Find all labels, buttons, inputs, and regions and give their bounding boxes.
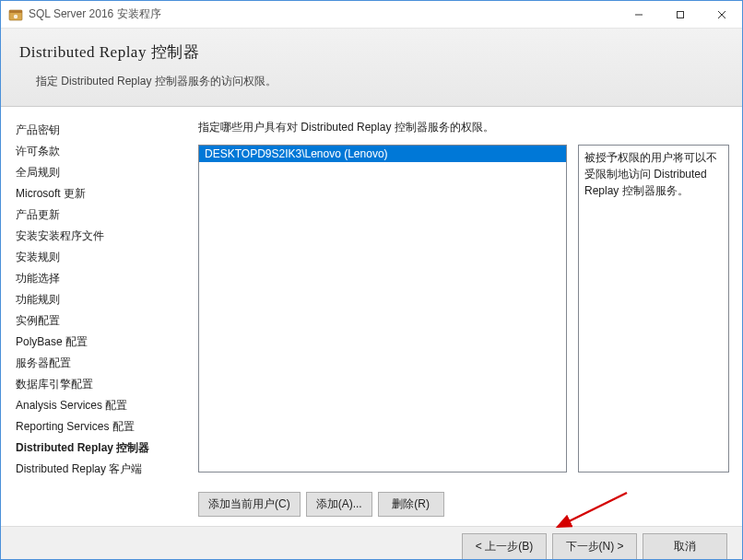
add-user-button[interactable]: 添加(A)... bbox=[306, 492, 372, 517]
header-band: Distributed Replay 控制器 指定 Distributed Re… bbox=[1, 29, 742, 107]
info-panel: 被授予权限的用户将可以不受限制地访问 Distributed Replay 控制… bbox=[578, 145, 729, 472]
add-current-user-button[interactable]: 添加当前用户(C) bbox=[198, 492, 301, 517]
cancel-button[interactable]: 取消 bbox=[643, 533, 727, 560]
remove-user-button[interactable]: 删除(R) bbox=[378, 492, 444, 517]
page-description: 指定 Distributed Replay 控制器服务的访问权限。 bbox=[19, 74, 724, 89]
main-panel: 指定哪些用户具有对 Distributed Replay 控制器服务的权限。 D… bbox=[185, 107, 742, 526]
sidebar-item-16[interactable]: Distributed Replay 客户端 bbox=[16, 459, 182, 480]
next-button[interactable]: 下一步(N) > bbox=[552, 533, 637, 560]
user-list[interactable]: DESKTOPD9S2IK3\Lenovo (Lenovo) bbox=[198, 145, 567, 472]
svg-rect-1 bbox=[9, 10, 22, 13]
sidebar-item-10[interactable]: PolyBase 配置 bbox=[16, 332, 182, 353]
sidebar-item-5[interactable]: 安装安装程序文件 bbox=[16, 226, 182, 247]
sidebar-item-12[interactable]: 数据库引擎配置 bbox=[16, 374, 182, 395]
sidebar-item-1[interactable]: 许可条款 bbox=[16, 141, 182, 162]
maximize-button[interactable] bbox=[659, 1, 701, 28]
footer: < 上一步(B) 下一步(N) > 取消 bbox=[1, 526, 742, 560]
minimize-button[interactable] bbox=[618, 1, 659, 28]
app-icon bbox=[8, 7, 23, 22]
page-title: Distributed Replay 控制器 bbox=[19, 41, 724, 63]
titlebar: SQL Server 2016 安装程序 bbox=[1, 1, 742, 29]
sidebar-item-11[interactable]: 服务器配置 bbox=[16, 353, 182, 374]
svg-rect-4 bbox=[677, 11, 683, 18]
window-title: SQL Server 2016 安装程序 bbox=[29, 6, 618, 22]
instruction-label: 指定哪些用户具有对 Distributed Replay 控制器服务的权限。 bbox=[198, 120, 729, 135]
sidebar-item-14[interactable]: Reporting Services 配置 bbox=[16, 416, 182, 438]
sidebar: 产品密钥许可条款全局规则Microsoft 更新产品更新安装安装程序文件安装规则… bbox=[1, 107, 185, 526]
sidebar-item-13[interactable]: Analysis Services 配置 bbox=[16, 395, 182, 416]
sidebar-item-9[interactable]: 实例配置 bbox=[16, 310, 182, 332]
close-button[interactable] bbox=[701, 1, 742, 28]
sidebar-item-8[interactable]: 功能规则 bbox=[16, 289, 182, 310]
sidebar-item-7[interactable]: 功能选择 bbox=[16, 268, 182, 289]
list-buttons: 添加当前用户(C) 添加(A)... 删除(R) bbox=[198, 492, 729, 517]
sidebar-item-0[interactable]: 产品密钥 bbox=[16, 120, 182, 141]
back-button[interactable]: < 上一步(B) bbox=[462, 533, 547, 560]
svg-point-2 bbox=[14, 14, 18, 18]
sidebar-item-2[interactable]: 全局规则 bbox=[16, 162, 182, 183]
sidebar-item-3[interactable]: Microsoft 更新 bbox=[16, 183, 182, 204]
sidebar-item-4[interactable]: 产品更新 bbox=[16, 204, 182, 226]
sidebar-item-15[interactable]: Distributed Replay 控制器 bbox=[16, 438, 182, 459]
user-list-item[interactable]: DESKTOPD9S2IK3\Lenovo (Lenovo) bbox=[199, 146, 566, 162]
sidebar-item-6[interactable]: 安装规则 bbox=[16, 247, 182, 268]
window-controls bbox=[618, 1, 742, 28]
